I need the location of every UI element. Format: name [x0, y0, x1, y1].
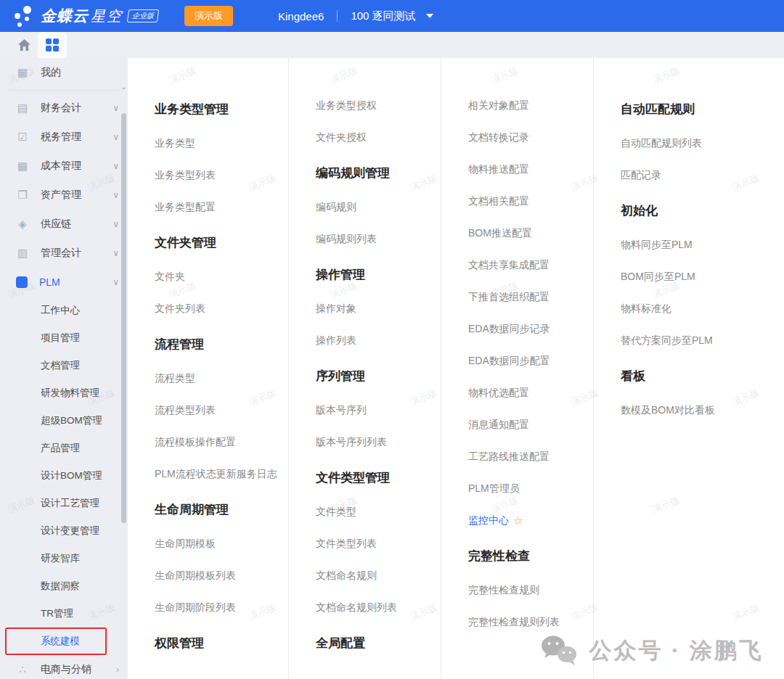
menu-link[interactable]: 编码规则列表 — [316, 223, 441, 255]
home-tab[interactable] — [10, 32, 38, 58]
menu-link[interactable]: 生命周期阶段列表 — [155, 592, 288, 624]
kingdee-logo-icon — [12, 4, 35, 28]
menu-link[interactable]: EDA数据同步记录 — [468, 313, 593, 345]
demo-version-badge[interactable]: 演示版 — [184, 6, 233, 26]
sidebar-group-cost-icon[interactable]: ▦成本管理∨ — [0, 152, 128, 181]
sidebar-subitem[interactable]: 设计BOM管理 — [0, 462, 128, 490]
chevron-down-icon[interactable]: ∨ — [113, 132, 119, 142]
menu-link[interactable]: 版本号序列列表 — [316, 427, 441, 458]
sidebar-subitem[interactable]: 项目管理 — [0, 324, 128, 352]
favorite-star-icon[interactable]: ☆ — [513, 514, 523, 527]
organization-name[interactable]: 100 逐同测试 — [351, 9, 415, 23]
menu-link[interactable]: 匹配记录 — [621, 160, 784, 192]
sidebar-group-supply-chain-icon[interactable]: ◈供应链∨ — [0, 210, 128, 239]
org-dropdown-caret-icon[interactable] — [426, 14, 433, 18]
sidebar-subitem[interactable]: 设计工艺管理 — [0, 490, 128, 517]
menu-section-title: 自动匹配规则 — [621, 90, 784, 128]
all-apps-tab[interactable] — [38, 32, 67, 58]
menu-link[interactable]: 流程类型 — [155, 363, 288, 395]
sidebar-subitem[interactable]: 文档管理 — [0, 352, 128, 379]
menu-link[interactable]: 物料标准化 — [621, 293, 784, 325]
menu-link[interactable]: 文件夹授权 — [316, 122, 441, 154]
menu-link[interactable]: 文档共享集成配置 — [468, 250, 593, 281]
menu-link[interactable]: 操作列表 — [316, 325, 441, 357]
menu-link[interactable]: 编码规则 — [316, 192, 441, 223]
menu-link[interactable]: 业务类型配置 — [155, 192, 288, 223]
chevron-down-icon[interactable]: ∨ — [113, 161, 119, 171]
account-name[interactable]: Kingdee6 — [278, 10, 324, 22]
sidebar-scrollbar-thumb[interactable] — [121, 113, 126, 523]
menu-link[interactable]: 业务类型授权 — [316, 90, 441, 122]
sidebar-subitem[interactable]: 产品管理 — [0, 435, 128, 462]
sidebar-subitem[interactable]: 系统建模 — [0, 627, 128, 655]
sidebar-subitem[interactable]: 设计变更管理 — [0, 517, 128, 545]
menu-link[interactable]: 完整性检查规则 — [468, 575, 593, 606]
menu-link[interactable]: 下推首选组织配置 — [468, 281, 593, 313]
menu-link[interactable]: 文件类型 — [316, 496, 441, 528]
sidebar-group-management-accounting-icon[interactable]: ▥管理会计∨ — [0, 239, 128, 268]
menu-link[interactable]: 相关对象配置 — [468, 90, 593, 122]
menu-link[interactable]: 流程类型列表 — [155, 395, 288, 427]
chevron-right-icon[interactable]: › — [116, 664, 119, 675]
menu-link[interactable]: EDA数据同步配置 — [468, 345, 593, 377]
sidebar-group-ecommerce-icon[interactable]: ∴电商与分销› — [0, 655, 128, 679]
menu-link[interactable]: 生命周期模板 — [155, 528, 288, 560]
menu-link[interactable]: 版本号序列 — [316, 395, 441, 427]
menu-section-title: 全局配置 — [316, 624, 441, 662]
menu-link[interactable]: BOM推送配置 — [468, 218, 593, 250]
chevron-down-icon[interactable]: ∨ — [113, 219, 119, 229]
menu-link[interactable]: 文档相关配置 — [468, 186, 593, 218]
menu-link[interactable]: 生命周期模板列表 — [155, 560, 288, 592]
menu-link[interactable]: 物料同步至PLM — [621, 229, 784, 261]
management-accounting-icon: ▥ — [16, 247, 29, 260]
sidebar-group-asset-icon[interactable]: ❐资产管理∨ — [0, 181, 128, 210]
sidebar-subitem[interactable]: 数据洞察 — [0, 572, 128, 600]
sidebar-group-tax-icon[interactable]: ☑税务管理∨ — [0, 123, 128, 152]
menu-link[interactable]: 工艺路线推送配置 — [468, 441, 593, 473]
ecommerce-icon: ∴ — [16, 663, 29, 676]
menu-link[interactable]: 自动匹配规则列表 — [621, 128, 784, 160]
menu-link[interactable]: 业务类型列表 — [155, 160, 288, 192]
asset-icon: ❐ — [16, 189, 29, 202]
sidebar-subitem-label: 研发智库 — [41, 552, 80, 565]
menu-link[interactable]: 替代方案同步至PLM — [621, 325, 784, 357]
menu-link[interactable]: 业务类型 — [155, 128, 288, 160]
sidebar-group-finance-icon[interactable]: ▤财务会计∨ — [0, 94, 128, 123]
menu-link[interactable]: 流程模板操作配置 — [155, 427, 288, 458]
menu-link[interactable]: 文档转换记录 — [468, 122, 593, 154]
sidebar-group-label: 资产管理 — [41, 189, 113, 202]
brand-name: 金蝶云 — [41, 6, 89, 26]
menu-link-label: 监控中心 — [468, 514, 509, 527]
sidebar-subitem[interactable]: 超级BOM管理 — [0, 407, 128, 435]
sidebar-subitem[interactable]: 研发物料管理 — [0, 379, 128, 407]
sidebar-subitem[interactable]: TR管理 — [0, 600, 128, 627]
chevron-down-icon[interactable]: ∨ — [113, 103, 119, 113]
menu-link[interactable]: 文档命名规则列表 — [316, 592, 441, 624]
menu-link[interactable]: 完整性检查规则列表 — [468, 606, 593, 638]
menu-section-title: 生命周期管理 — [155, 490, 288, 528]
menu-link[interactable]: 物料优选配置 — [468, 377, 593, 409]
chevron-down-icon[interactable]: ∨ — [113, 277, 119, 287]
menu-link[interactable]: PLM流程状态更新服务日志 — [155, 458, 288, 490]
brand-subname: 星空 — [91, 7, 123, 26]
menu-link-favorite[interactable]: 监控中心☆ — [468, 505, 593, 537]
sidebar-subitem[interactable]: 工作中心 — [0, 297, 128, 324]
chevron-down-icon[interactable]: ∨ — [113, 190, 119, 200]
menu-link[interactable]: 数模及BOM对比看板 — [621, 395, 784, 427]
menu-link[interactable]: 文件夹 — [155, 261, 288, 293]
menu-link[interactable]: 文档命名规则 — [316, 560, 441, 592]
sidebar-item-my-workbench[interactable]: ▦我的 — [0, 58, 128, 87]
brand-lockup: 金蝶云 星空 企业版 — [41, 6, 158, 26]
menu-link[interactable]: PLM管理员 — [468, 473, 593, 505]
menu-link[interactable]: 消息通知配置 — [468, 409, 593, 441]
sidebar-subitem[interactable]: 研发智库 — [0, 545, 128, 572]
sidebar-group-plm-icon[interactable]: PLM∨ — [0, 268, 128, 297]
menu-link[interactable]: 文件类型列表 — [316, 528, 441, 560]
menu-link[interactable]: BOM同步至PLM — [621, 261, 784, 293]
chevron-down-icon[interactable]: ∨ — [113, 248, 119, 258]
menu-link[interactable]: 文件夹列表 — [155, 293, 288, 325]
scrollbar-up-arrow-icon[interactable]: ⌃ — [121, 87, 127, 94]
sidebar-scrollbar[interactable]: ⌃ — [121, 87, 127, 679]
menu-link[interactable]: 物料推送配置 — [468, 154, 593, 186]
menu-link[interactable]: 操作对象 — [316, 293, 441, 325]
